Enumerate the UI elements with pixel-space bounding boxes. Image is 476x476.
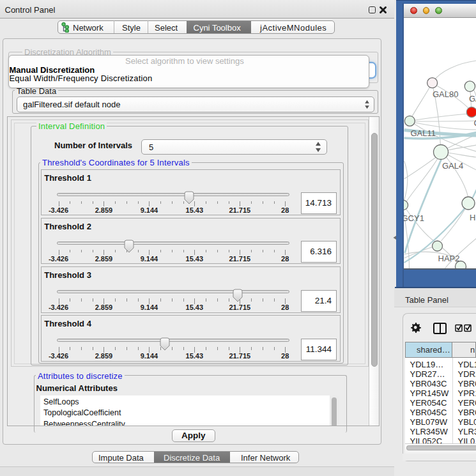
- svg-text:GAL4: GAL4: [442, 161, 463, 171]
- svg-text:GA: GA: [469, 94, 476, 104]
- svg-text:HAP2: HAP2: [438, 254, 459, 263]
- svg-text:GCY1: GCY1: [404, 213, 424, 223]
- svg-text:H: H: [470, 213, 475, 222]
- svg-text:GAL80: GAL80: [433, 89, 458, 99]
- svg-text:C: C: [473, 118, 476, 128]
- svg-text:GAL11: GAL11: [410, 128, 436, 138]
